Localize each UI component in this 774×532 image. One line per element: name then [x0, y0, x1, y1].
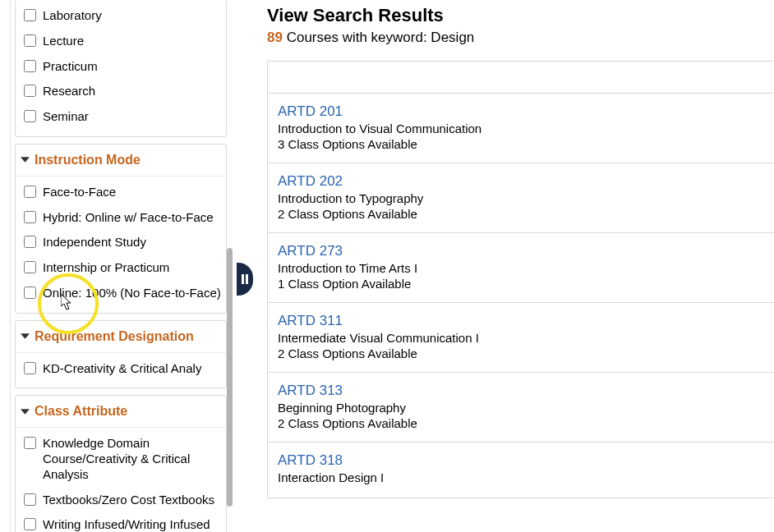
checkbox-kd-creativity[interactable] [24, 362, 36, 374]
course-item[interactable]: ARTD 201 Introduction to Visual Communic… [268, 94, 774, 163]
checkbox-lecture[interactable] [24, 34, 36, 47]
course-title: Beginning Photography [278, 401, 766, 415]
checkbox-hybrid[interactable] [24, 211, 36, 223]
checkbox-face-to-face[interactable] [24, 186, 36, 198]
filter-label: KD-Creativity & Critical Analy [43, 361, 221, 377]
filter-header-label: Class Attribute [35, 404, 127, 419]
filter-item-online-100[interactable]: Online: 100% (No Face-to-Face) [24, 281, 221, 306]
page-title: View Search Results [267, 5, 774, 26]
collapse-sidebar-button[interactable] [237, 263, 253, 296]
results-panel: View Search Results 89 Courses with keyw… [264, 0, 774, 532]
filter-item-independent-study[interactable]: Independent Study [24, 230, 221, 255]
filter-item-hybrid[interactable]: Hybrid: Online w/ Face-to-Face [24, 205, 221, 231]
filter-label: Seminar [43, 109, 221, 125]
course-options: 2 Class Options Available [278, 416, 766, 430]
course-title: Intermediate Visual Communication I [278, 331, 766, 345]
svg-marker-0 [21, 157, 30, 163]
filter-item-seminar[interactable]: Seminar [24, 104, 221, 130]
filter-header-class-attribute[interactable]: Class Attribute [16, 396, 226, 428]
filter-item-knowledge-domain[interactable]: Knowledge Domain Course/Creativity & Cri… [24, 431, 221, 487]
svg-rect-3 [242, 274, 244, 284]
svg-marker-1 [21, 333, 30, 339]
checkbox-practicum[interactable] [24, 60, 36, 72]
svg-marker-2 [21, 409, 30, 415]
course-code: ARTD 201 [278, 103, 766, 120]
course-options: 2 Class Options Available [278, 346, 766, 360]
caret-down-icon [21, 155, 30, 164]
filter-item-practicum[interactable]: Practicum [24, 54, 221, 80]
checkbox-writing-infused[interactable] [24, 518, 36, 530]
filter-item-laboratory[interactable]: Laboratory [24, 3, 221, 29]
filter-item-face-to-face[interactable]: Face-to-Face [24, 180, 221, 205]
pause-icon [240, 273, 250, 285]
results-subtitle: 89 Courses with keyword: Design [267, 30, 774, 46]
filter-label: Writing Infused/Writing Infused Course [43, 517, 221, 532]
filter-group-requirement-designation: Requirement Designation KD-Creativity & … [15, 320, 227, 389]
filter-item-writing-infused[interactable]: Writing Infused/Writing Infused Course [24, 512, 221, 532]
course-code: ARTD 202 [278, 173, 766, 190]
course-options: 1 Class Option Available [278, 277, 766, 291]
course-code: ARTD 273 [278, 243, 766, 259]
filter-item-zero-cost-textbooks[interactable]: Textbooks/Zero Cost Textbooks [24, 488, 221, 513]
filter-label: Laboratory [43, 8, 221, 24]
checkbox-laboratory[interactable] [24, 9, 36, 21]
checkbox-internship-practicum[interactable] [24, 261, 36, 273]
course-code: ARTD 318 [278, 452, 766, 469]
caret-down-icon [21, 407, 30, 416]
course-options: 2 Class Options Available [278, 207, 766, 221]
filter-item-internship-practicum[interactable]: Internship or Practicum [24, 255, 221, 281]
sidebar-scrollbar-thumb[interactable] [227, 248, 233, 507]
checkbox-online-100[interactable] [24, 287, 36, 299]
filter-label: Lecture [43, 34, 221, 49]
filter-header-label: Instruction Mode [35, 153, 141, 167]
course-options: 3 Class Options Available [278, 137, 766, 151]
course-title: Introduction to Time Arts I [278, 261, 766, 275]
course-title: Introduction to Typography [278, 191, 766, 205]
filter-group-instruction-mode: Instruction Mode Face-to-Face Hybrid: On… [15, 144, 227, 314]
filter-item-lecture[interactable]: Lecture [24, 29, 221, 54]
filter-item-research[interactable]: Research [24, 79, 221, 104]
results-count: 89 [267, 30, 283, 45]
course-item[interactable]: ARTD 318 Interaction Design I [268, 443, 774, 498]
svg-rect-4 [246, 274, 248, 284]
filter-group-class-attribute: Class Attribute Knowledge Domain Course/… [15, 395, 227, 532]
filter-label: Online: 100% (No Face-to-Face) [43, 286, 221, 301]
course-item[interactable]: ARTD 202 Introduction to Typography 2 Cl… [268, 163, 774, 233]
filter-sidebar: Laboratory Lecture Practicum Research Se… [11, 0, 227, 532]
results-subtitle-text: Courses with keyword: Design [283, 30, 474, 45]
filter-item-kd-creativity[interactable]: KD-Creativity & Critical Analy [24, 356, 221, 382]
filter-label: Hybrid: Online w/ Face-to-Face [43, 210, 221, 226]
filter-label: Knowledge Domain Course/Creativity & Cri… [43, 436, 221, 482]
course-code: ARTD 313 [278, 383, 766, 399]
course-title: Introduction to Visual Communication [278, 122, 766, 135]
filter-header-label: Requirement Designation [35, 329, 194, 344]
filter-label: Practicum [43, 59, 221, 75]
filter-label: Face-to-Face [43, 185, 221, 200]
checkbox-independent-study[interactable] [24, 236, 36, 248]
filter-header-instruction-mode[interactable]: Instruction Mode [16, 144, 226, 177]
filter-label: Internship or Practicum [43, 260, 221, 276]
course-item[interactable]: ARTD 313 Beginning Photography 2 Class O… [268, 373, 774, 443]
course-list: ARTD 201 Introduction to Visual Communic… [267, 61, 774, 498]
course-item[interactable]: ARTD 311 Intermediate Visual Communicati… [268, 303, 774, 373]
filter-label: Research [43, 84, 221, 99]
course-code: ARTD 311 [278, 313, 766, 329]
course-title: Interaction Design I [278, 470, 766, 484]
filter-group-course-type: Laboratory Lecture Practicum Research Se… [15, 0, 227, 137]
course-list-header-spacer [268, 62, 774, 94]
course-item[interactable]: ARTD 273 Introduction to Time Arts I 1 C… [268, 233, 774, 303]
filter-label: Independent Study [43, 235, 221, 250]
checkbox-seminar[interactable] [24, 110, 36, 122]
checkbox-research[interactable] [24, 85, 36, 97]
caret-down-icon [21, 332, 30, 341]
checkbox-zero-cost-textbooks[interactable] [24, 493, 36, 506]
checkbox-knowledge-domain[interactable] [24, 437, 36, 449]
filter-header-requirement-designation[interactable]: Requirement Designation [16, 321, 226, 353]
filter-label: Textbooks/Zero Cost Textbooks [43, 493, 221, 508]
